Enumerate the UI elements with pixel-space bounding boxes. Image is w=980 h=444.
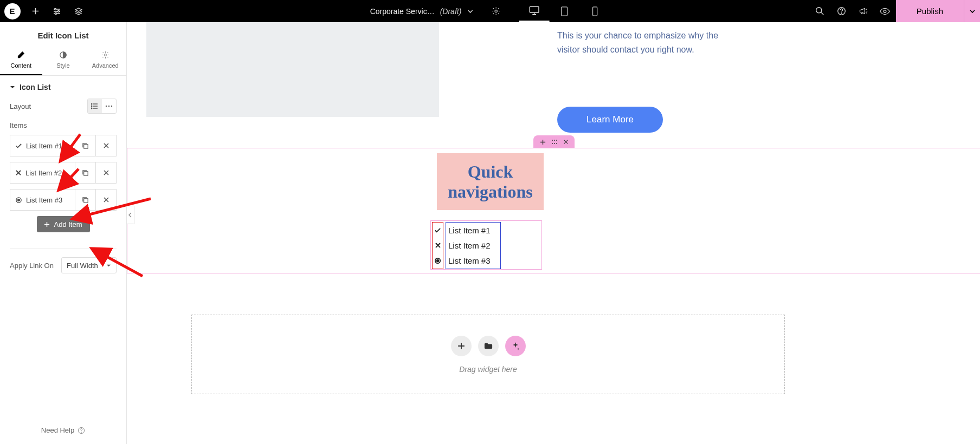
contrast-icon bbox=[59, 51, 67, 59]
layout-row: Layout bbox=[10, 99, 117, 114]
item-main-3[interactable]: List Item #3 bbox=[10, 190, 75, 210]
ai-button[interactable] bbox=[505, 336, 526, 356]
annotation-arrow-1 bbox=[59, 133, 81, 163]
times-icon bbox=[435, 242, 441, 249]
page-settings-button[interactable] bbox=[485, 0, 507, 22]
device-desktop[interactable] bbox=[519, 0, 549, 22]
panel-title: Edit Icon List bbox=[0, 22, 126, 47]
topbar-left: E bbox=[0, 0, 89, 22]
plus-icon bbox=[31, 7, 40, 15]
list-text-1: List Item #1 bbox=[446, 223, 500, 238]
svg-point-10 bbox=[884, 10, 886, 12]
quick-navigations-heading[interactable]: Quick navigations bbox=[437, 153, 544, 210]
svg-point-14 bbox=[91, 106, 92, 107]
svg-rect-20 bbox=[84, 171, 88, 175]
cta-text[interactable]: This is your chance to emphasize why the… bbox=[557, 29, 736, 56]
mobile-icon bbox=[591, 6, 598, 16]
dot-circle-icon bbox=[434, 257, 441, 264]
help-icon bbox=[837, 6, 846, 16]
icon-list-widget[interactable]: List Item #1 List Item #2 List Item #3 bbox=[430, 220, 542, 270]
pencil-icon bbox=[17, 51, 25, 59]
item-remove-2[interactable] bbox=[95, 162, 116, 183]
tab-content[interactable]: Content bbox=[0, 47, 42, 75]
list-icon bbox=[91, 103, 99, 109]
tab-style[interactable]: Style bbox=[42, 47, 85, 75]
list-icon-3 bbox=[433, 253, 443, 269]
list-icon-1 bbox=[433, 223, 443, 238]
svg-point-29 bbox=[552, 143, 553, 144]
copy-icon bbox=[82, 142, 89, 149]
layout-horizontal[interactable] bbox=[102, 99, 116, 113]
need-help-link[interactable]: Need Help bbox=[0, 416, 126, 444]
svg-point-27 bbox=[554, 140, 555, 141]
layout-vertical[interactable] bbox=[88, 99, 102, 113]
svg-rect-6 bbox=[592, 6, 597, 15]
site-settings-button[interactable] bbox=[46, 0, 68, 22]
document-status: (Draft) bbox=[440, 7, 462, 16]
check-icon bbox=[434, 227, 441, 234]
elementor-logo-icon: E bbox=[4, 3, 21, 19]
svg-point-22 bbox=[18, 199, 20, 201]
text-column-highlight: List Item #1 List Item #2 List Item #3 bbox=[446, 222, 501, 269]
structure-button[interactable] bbox=[68, 0, 89, 22]
chevron-down-icon bbox=[467, 8, 473, 15]
list-icon-2 bbox=[433, 238, 443, 253]
megaphone-icon bbox=[859, 6, 868, 16]
device-tablet[interactable] bbox=[549, 0, 579, 22]
plus-icon bbox=[44, 221, 50, 227]
svg-point-9 bbox=[841, 13, 842, 14]
learn-more-button[interactable]: Learn More bbox=[557, 107, 663, 133]
gear-icon bbox=[101, 51, 109, 59]
template-library-button[interactable] bbox=[478, 336, 499, 356]
svg-point-28 bbox=[556, 140, 557, 141]
help-button[interactable] bbox=[831, 0, 853, 22]
annotation-arrow-4 bbox=[89, 246, 144, 279]
publish-options-button[interactable] bbox=[964, 0, 980, 22]
need-help-label: Need Help bbox=[41, 426, 74, 434]
item-label: List Item #1 bbox=[26, 142, 62, 150]
dropzone-hint: Drag widget here bbox=[459, 365, 517, 374]
copy-icon bbox=[82, 169, 89, 177]
svg-point-2 bbox=[55, 12, 57, 14]
svg-point-31 bbox=[556, 143, 557, 144]
device-mobile[interactable] bbox=[579, 0, 610, 22]
items-label: Items bbox=[10, 121, 117, 129]
preview-button[interactable] bbox=[874, 0, 896, 22]
close-icon[interactable] bbox=[563, 139, 569, 145]
search-icon bbox=[815, 6, 824, 16]
desktop-icon bbox=[528, 5, 539, 15]
plus-icon[interactable] bbox=[540, 139, 546, 145]
elementor-logo[interactable]: E bbox=[0, 0, 24, 22]
selected-section[interactable]: Quick navigations List Item #1 Li bbox=[127, 148, 980, 273]
document-switcher[interactable]: Corporate Servic… (Draft) bbox=[370, 7, 474, 16]
annotation-arrow-3 bbox=[70, 198, 152, 222]
svg-rect-5 bbox=[562, 6, 568, 15]
empty-section-dropzone[interactable]: Drag widget here bbox=[191, 315, 785, 394]
svg-point-7 bbox=[816, 8, 822, 13]
panel-tabs: Content Style Advanced bbox=[0, 47, 126, 76]
whats-new-button[interactable] bbox=[853, 0, 874, 22]
item-remove-1[interactable] bbox=[95, 135, 116, 156]
check-icon bbox=[15, 142, 22, 149]
finder-button[interactable] bbox=[809, 0, 831, 22]
drag-handle-icon[interactable] bbox=[551, 139, 558, 145]
ellipsis-icon bbox=[105, 105, 113, 108]
svg-point-26 bbox=[552, 140, 553, 141]
caret-down-icon bbox=[10, 84, 15, 90]
placeholder-box bbox=[146, 22, 439, 117]
svg-point-18 bbox=[111, 106, 112, 107]
publish-button[interactable]: Publish bbox=[896, 0, 964, 22]
list-text-3: List Item #3 bbox=[446, 253, 500, 269]
svg-point-30 bbox=[554, 143, 555, 144]
svg-point-12 bbox=[104, 54, 106, 56]
layout-label: Layout bbox=[10, 102, 31, 110]
sparkle-icon bbox=[511, 342, 520, 350]
item-label: List Item #3 bbox=[26, 196, 62, 204]
tab-advanced[interactable]: Advanced bbox=[84, 47, 126, 75]
add-widget-button[interactable] bbox=[24, 0, 46, 22]
editor-canvas: This is your chance to emphasize why the… bbox=[127, 22, 980, 444]
document-title: Corporate Servic… bbox=[370, 7, 435, 16]
section-icon-list[interactable]: Icon List bbox=[10, 83, 117, 92]
svg-point-3 bbox=[495, 10, 497, 12]
add-section-button[interactable] bbox=[451, 336, 472, 356]
